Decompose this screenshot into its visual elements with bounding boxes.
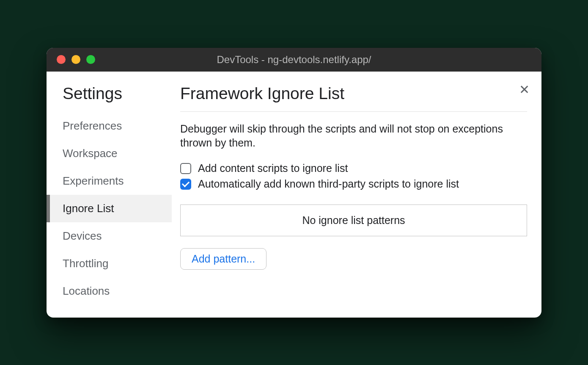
- checkbox-label: Automatically add known third-party scri…: [198, 178, 459, 190]
- sidebar-item-preferences[interactable]: Preferences: [47, 112, 172, 140]
- settings-body: ✕ Settings Preferences Workspace Experim…: [47, 72, 541, 318]
- patterns-empty-text: No ignore list patterns: [302, 214, 405, 226]
- sidebar-item-locations[interactable]: Locations: [47, 277, 172, 305]
- ignore-list-patterns-box: No ignore list patterns: [180, 205, 527, 236]
- traffic-lights: [47, 55, 95, 64]
- close-icon[interactable]: ✕: [519, 83, 530, 96]
- devtools-window: DevTools - ng-devtools.netlify.app/ ✕ Se…: [47, 48, 541, 318]
- sidebar-title: Settings: [47, 84, 172, 112]
- sidebar-item-ignore-list[interactable]: Ignore List: [47, 195, 172, 222]
- sidebar-item-throttling[interactable]: Throttling: [47, 250, 172, 277]
- maximize-window-button[interactable]: [86, 55, 95, 64]
- checkbox-third-party[interactable]: [180, 179, 191, 190]
- checkbox-content-scripts[interactable]: [180, 163, 191, 174]
- sidebar: Settings Preferences Workspace Experimen…: [47, 72, 172, 318]
- titlebar: DevTools - ng-devtools.netlify.app/: [47, 48, 541, 72]
- window-title: DevTools - ng-devtools.netlify.app/: [217, 54, 371, 66]
- minimize-window-button[interactable]: [71, 55, 80, 64]
- description-text: Debugger will skip through the scripts a…: [180, 112, 527, 161]
- page-title: Framework Ignore List: [180, 84, 527, 112]
- sidebar-item-devices[interactable]: Devices: [47, 222, 172, 250]
- main-panel: Framework Ignore List Debugger will skip…: [172, 72, 541, 318]
- checkbox-label: Add content scripts to ignore list: [198, 162, 348, 174]
- sidebar-item-workspace[interactable]: Workspace: [47, 140, 172, 167]
- add-pattern-button[interactable]: Add pattern...: [180, 248, 267, 270]
- checkbox-row-content-scripts[interactable]: Add content scripts to ignore list: [180, 160, 527, 176]
- sidebar-item-experiments[interactable]: Experiments: [47, 167, 172, 195]
- close-window-button[interactable]: [57, 55, 66, 64]
- checkbox-row-third-party[interactable]: Automatically add known third-party scri…: [180, 176, 527, 192]
